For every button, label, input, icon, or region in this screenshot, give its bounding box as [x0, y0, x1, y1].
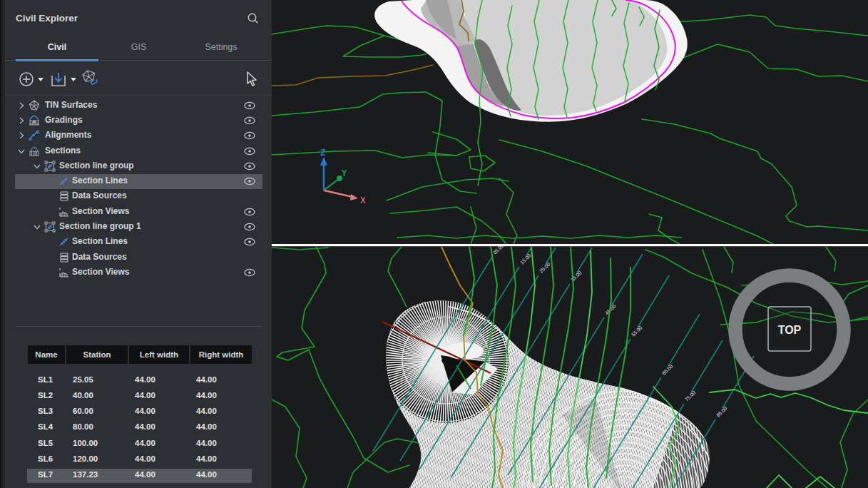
- svg-text:Z: Z: [320, 148, 326, 158]
- svg-text:Y: Y: [342, 169, 347, 179]
- svg-text:X: X: [360, 195, 366, 206]
- svg-text:TOP: TOP: [778, 324, 802, 336]
